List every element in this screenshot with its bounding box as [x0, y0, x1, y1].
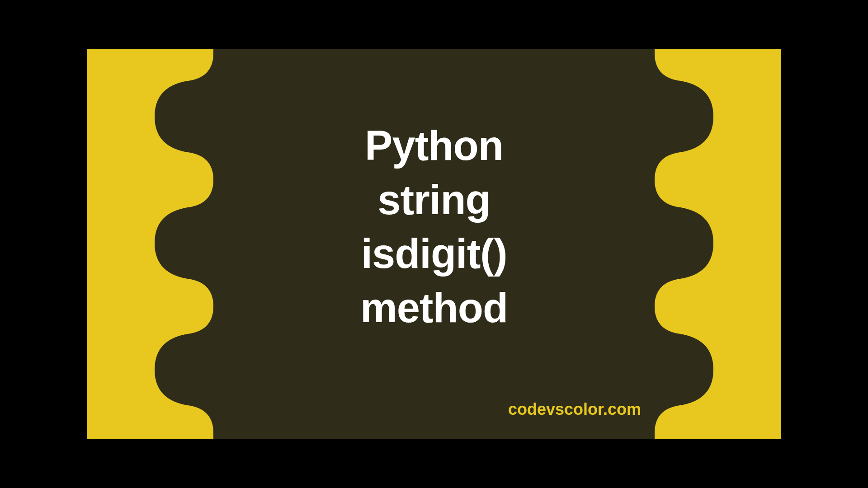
title-line-1: Python: [360, 119, 508, 173]
banner-title: Python string isdigit() method: [360, 119, 508, 335]
title-line-2: string: [360, 173, 508, 227]
title-container: Python string isdigit() method: [360, 119, 508, 335]
banner-canvas: Python string isdigit() method codevscol…: [87, 49, 781, 439]
title-line-4: method: [360, 281, 508, 335]
watermark-text: codevscolor.com: [508, 400, 641, 419]
title-line-3: isdigit(): [360, 227, 508, 281]
